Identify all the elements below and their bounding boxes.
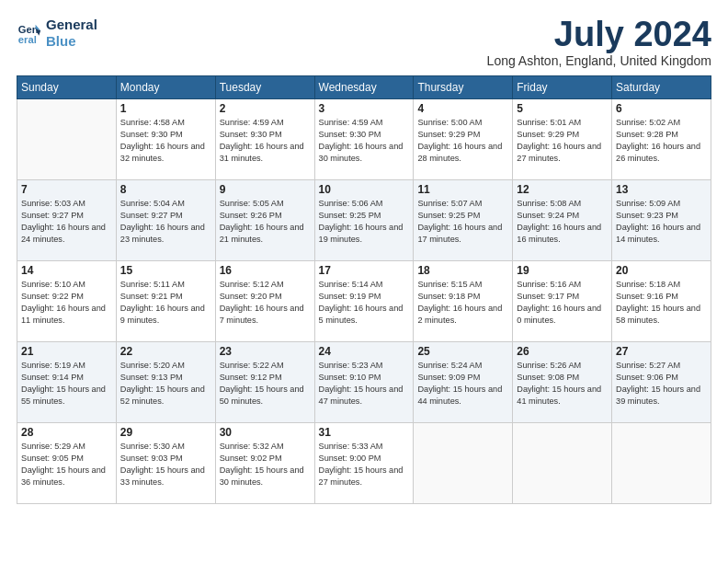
col-tuesday: Tuesday bbox=[215, 76, 314, 99]
calendar-cell bbox=[17, 99, 117, 180]
calendar-cell: 8Sunrise: 5:04 AMSunset: 9:27 PMDaylight… bbox=[116, 180, 215, 261]
col-monday: Monday bbox=[116, 76, 215, 99]
day-info: Sunrise: 5:24 AMSunset: 9:09 PMDaylight:… bbox=[417, 360, 508, 408]
calendar-cell: 14Sunrise: 5:10 AMSunset: 9:22 PMDayligh… bbox=[17, 261, 117, 342]
day-number: 18 bbox=[417, 264, 508, 277]
day-info: Sunrise: 5:18 AMSunset: 9:16 PMDaylight:… bbox=[616, 279, 707, 327]
day-info: Sunrise: 5:15 AMSunset: 9:18 PMDaylight:… bbox=[417, 279, 508, 327]
day-number: 2 bbox=[220, 102, 311, 115]
calendar-cell: 24Sunrise: 5:23 AMSunset: 9:10 PMDayligh… bbox=[314, 342, 414, 423]
calendar-cell: 25Sunrise: 5:24 AMSunset: 9:09 PMDayligh… bbox=[414, 342, 513, 423]
calendar-cell: 10Sunrise: 5:06 AMSunset: 9:25 PMDayligh… bbox=[314, 180, 414, 261]
calendar-cell: 23Sunrise: 5:22 AMSunset: 9:12 PMDayligh… bbox=[215, 342, 314, 423]
day-number: 26 bbox=[517, 345, 608, 358]
day-number: 17 bbox=[319, 264, 410, 277]
calendar-cell: 2Sunrise: 4:59 AMSunset: 9:30 PMDaylight… bbox=[215, 99, 314, 180]
day-number: 8 bbox=[120, 183, 211, 196]
day-number: 29 bbox=[120, 426, 211, 439]
day-number: 9 bbox=[220, 183, 311, 196]
day-info: Sunrise: 5:19 AMSunset: 9:14 PMDaylight:… bbox=[21, 360, 112, 408]
calendar-cell: 20Sunrise: 5:18 AMSunset: 9:16 PMDayligh… bbox=[612, 261, 711, 342]
day-info: Sunrise: 5:12 AMSunset: 9:20 PMDaylight:… bbox=[220, 279, 311, 327]
day-info: Sunrise: 5:05 AMSunset: 9:26 PMDaylight:… bbox=[220, 198, 311, 246]
title-area: July 2024 Long Ashton, England, United K… bbox=[487, 17, 711, 68]
day-info: Sunrise: 5:11 AMSunset: 9:21 PMDaylight:… bbox=[120, 279, 211, 327]
calendar-cell: 22Sunrise: 5:20 AMSunset: 9:13 PMDayligh… bbox=[116, 342, 215, 423]
day-number: 10 bbox=[319, 183, 410, 196]
day-info: Sunrise: 5:26 AMSunset: 9:08 PMDaylight:… bbox=[517, 360, 608, 408]
day-info: Sunrise: 5:07 AMSunset: 9:25 PMDaylight:… bbox=[417, 198, 508, 246]
day-info: Sunrise: 5:01 AMSunset: 9:29 PMDaylight:… bbox=[517, 117, 608, 165]
day-info: Sunrise: 5:22 AMSunset: 9:12 PMDaylight:… bbox=[220, 360, 311, 408]
day-info: Sunrise: 5:08 AMSunset: 9:24 PMDaylight:… bbox=[517, 198, 608, 246]
calendar-cell: 21Sunrise: 5:19 AMSunset: 9:14 PMDayligh… bbox=[17, 342, 117, 423]
day-number: 11 bbox=[417, 183, 508, 196]
day-info: Sunrise: 4:59 AMSunset: 9:30 PMDaylight:… bbox=[220, 117, 311, 165]
calendar-cell: 6Sunrise: 5:02 AMSunset: 9:28 PMDaylight… bbox=[612, 99, 711, 180]
calendar-cell: 28Sunrise: 5:29 AMSunset: 9:05 PMDayligh… bbox=[17, 423, 117, 504]
svg-text:Gen: Gen bbox=[18, 24, 39, 35]
day-number: 21 bbox=[21, 345, 112, 358]
calendar-cell: 27Sunrise: 5:27 AMSunset: 9:06 PMDayligh… bbox=[612, 342, 711, 423]
calendar-cell: 4Sunrise: 5:00 AMSunset: 9:29 PMDaylight… bbox=[414, 99, 513, 180]
day-number: 31 bbox=[319, 426, 410, 439]
day-info: Sunrise: 4:59 AMSunset: 9:30 PMDaylight:… bbox=[319, 117, 410, 165]
calendar-cell: 15Sunrise: 5:11 AMSunset: 9:21 PMDayligh… bbox=[116, 261, 215, 342]
calendar-page: Gen eral General Blue July 2024 Long Ash… bbox=[0, 0, 728, 513]
day-number: 28 bbox=[21, 426, 112, 439]
day-info: Sunrise: 5:30 AMSunset: 9:03 PMDaylight:… bbox=[120, 441, 211, 488]
day-number: 5 bbox=[517, 102, 608, 115]
day-info: Sunrise: 5:06 AMSunset: 9:25 PMDaylight:… bbox=[319, 198, 410, 246]
col-thursday: Thursday bbox=[414, 76, 513, 99]
day-info: Sunrise: 5:09 AMSunset: 9:23 PMDaylight:… bbox=[616, 198, 707, 246]
calendar-cell: 17Sunrise: 5:14 AMSunset: 9:19 PMDayligh… bbox=[314, 261, 414, 342]
calendar-cell: 18Sunrise: 5:15 AMSunset: 9:18 PMDayligh… bbox=[414, 261, 513, 342]
day-number: 1 bbox=[120, 102, 211, 115]
header: Gen eral General Blue July 2024 Long Ash… bbox=[17, 17, 711, 68]
day-number: 16 bbox=[220, 264, 311, 277]
col-friday: Friday bbox=[513, 76, 612, 99]
day-number: 6 bbox=[616, 102, 707, 115]
day-number: 30 bbox=[220, 426, 311, 439]
calendar-cell: 16Sunrise: 5:12 AMSunset: 9:20 PMDayligh… bbox=[215, 261, 314, 342]
calendar-cell: 19Sunrise: 5:16 AMSunset: 9:17 PMDayligh… bbox=[513, 261, 612, 342]
day-info: Sunrise: 5:27 AMSunset: 9:06 PMDaylight:… bbox=[616, 360, 707, 408]
day-number: 25 bbox=[417, 345, 508, 358]
logo-line2: Blue bbox=[46, 33, 76, 49]
col-sunday: Sunday bbox=[17, 76, 117, 99]
calendar-cell: 26Sunrise: 5:26 AMSunset: 9:08 PMDayligh… bbox=[513, 342, 612, 423]
logo-text: General Blue bbox=[46, 17, 97, 50]
day-info: Sunrise: 5:16 AMSunset: 9:17 PMDaylight:… bbox=[517, 279, 608, 327]
day-number: 12 bbox=[517, 183, 608, 196]
col-saturday: Saturday bbox=[612, 76, 711, 99]
day-info: Sunrise: 5:14 AMSunset: 9:19 PMDaylight:… bbox=[319, 279, 410, 327]
day-info: Sunrise: 4:58 AMSunset: 9:30 PMDaylight:… bbox=[120, 117, 211, 165]
calendar-week-4: 21Sunrise: 5:19 AMSunset: 9:14 PMDayligh… bbox=[17, 342, 711, 423]
month-title: July 2024 bbox=[487, 17, 711, 52]
calendar-cell: 7Sunrise: 5:03 AMSunset: 9:27 PMDaylight… bbox=[17, 180, 117, 261]
calendar-cell: 13Sunrise: 5:09 AMSunset: 9:23 PMDayligh… bbox=[612, 180, 711, 261]
calendar-week-2: 7Sunrise: 5:03 AMSunset: 9:27 PMDaylight… bbox=[17, 180, 711, 261]
logo-line1: General bbox=[46, 17, 97, 33]
day-info: Sunrise: 5:20 AMSunset: 9:13 PMDaylight:… bbox=[120, 360, 211, 408]
day-number: 4 bbox=[417, 102, 508, 115]
calendar-cell bbox=[612, 423, 711, 504]
calendar-cell: 12Sunrise: 5:08 AMSunset: 9:24 PMDayligh… bbox=[513, 180, 612, 261]
calendar-cell: 30Sunrise: 5:32 AMSunset: 9:02 PMDayligh… bbox=[215, 423, 314, 504]
calendar-cell: 1Sunrise: 4:58 AMSunset: 9:30 PMDaylight… bbox=[116, 99, 215, 180]
day-info: Sunrise: 5:03 AMSunset: 9:27 PMDaylight:… bbox=[21, 198, 112, 246]
col-wednesday: Wednesday bbox=[314, 76, 414, 99]
day-info: Sunrise: 5:02 AMSunset: 9:28 PMDaylight:… bbox=[616, 117, 707, 165]
calendar-cell bbox=[513, 423, 612, 504]
header-row: Sunday Monday Tuesday Wednesday Thursday… bbox=[17, 76, 711, 99]
logo-icon: Gen eral bbox=[17, 20, 42, 46]
calendar-week-3: 14Sunrise: 5:10 AMSunset: 9:22 PMDayligh… bbox=[17, 261, 711, 342]
day-number: 7 bbox=[21, 183, 112, 196]
calendar-cell: 29Sunrise: 5:30 AMSunset: 9:03 PMDayligh… bbox=[116, 423, 215, 504]
logo: Gen eral General Blue bbox=[17, 17, 97, 50]
day-number: 14 bbox=[21, 264, 112, 277]
calendar-cell: 5Sunrise: 5:01 AMSunset: 9:29 PMDaylight… bbox=[513, 99, 612, 180]
day-info: Sunrise: 5:23 AMSunset: 9:10 PMDaylight:… bbox=[319, 360, 410, 408]
calendar-week-1: 1Sunrise: 4:58 AMSunset: 9:30 PMDaylight… bbox=[17, 99, 711, 180]
calendar-cell bbox=[414, 423, 513, 504]
